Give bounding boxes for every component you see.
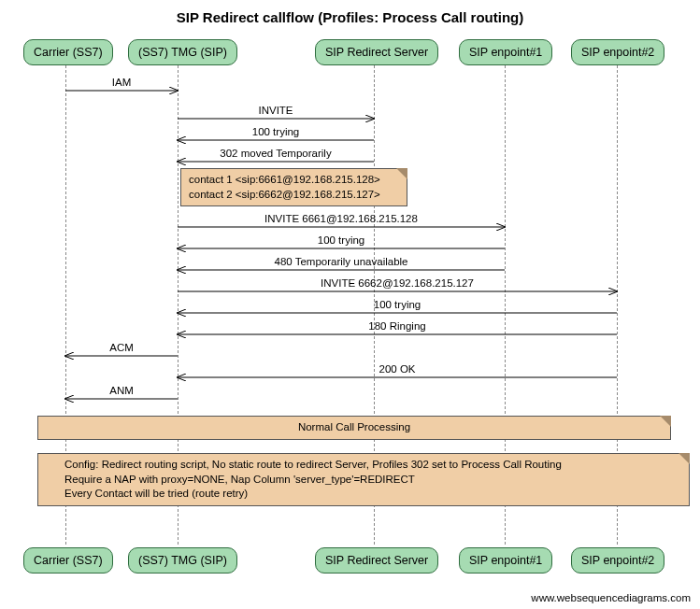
note-fold-icon — [679, 453, 690, 464]
msg-200ok: 200 OK — [178, 363, 617, 375]
note-config-line2: Require a NAP with proxy=NONE, Nap Colum… — [64, 473, 681, 488]
msg-100trying-3: 100 trying — [178, 299, 617, 310]
msg-invite-6662: INVITE 6662@192.168.215.127 — [178, 277, 617, 289]
msg-480: 480 Temporarily unavailable — [178, 256, 505, 267]
msg-100trying-1: 100 trying — [178, 126, 374, 137]
note-fold-icon — [660, 416, 671, 427]
msg-iam: IAM — [65, 77, 178, 88]
msg-invite-6661: INVITE 6661@192.168.215.128 — [178, 213, 505, 224]
msg-invite: INVITE — [178, 105, 374, 116]
msg-anm: ANM — [65, 385, 178, 396]
sequence-diagram: SIP Redirect callflow (Profiles: Process… — [0, 0, 700, 609]
msg-302: 302 moved Temporarily — [178, 148, 374, 159]
msg-180ringing: 180 Ringing — [178, 320, 617, 332]
note-config-line1: Config: Redirect routing script, No stat… — [64, 458, 681, 473]
note-config: Config: Redirect routing script, No stat… — [37, 453, 690, 506]
msg-acm: ACM — [65, 342, 178, 353]
footer-credit: www.websequencediagrams.com — [531, 592, 691, 603]
note-normal-processing: Normal Call Processing — [37, 416, 671, 440]
note-config-line3: Every Contact will be tried (route retry… — [64, 487, 681, 502]
note-contacts: contact 1 <sip:6661@192.168.215.128> con… — [180, 168, 407, 206]
note-fold-icon — [396, 168, 407, 179]
note-normal-text: Normal Call Processing — [298, 421, 410, 432]
note-contact-1: contact 1 <sip:6661@192.168.215.128> — [189, 173, 399, 188]
msg-100trying-2: 100 trying — [178, 234, 505, 246]
note-contact-2: contact 2 <sip:6662@192.168.215.127> — [189, 188, 399, 203]
